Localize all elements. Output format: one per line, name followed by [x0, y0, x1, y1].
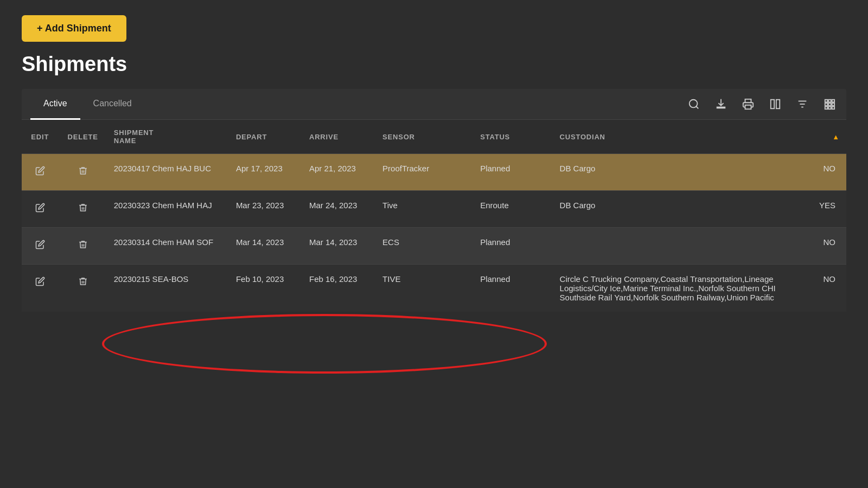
page-title: Shipments: [22, 53, 846, 76]
print-button[interactable]: [740, 96, 756, 112]
table-row: 20230417 Chem HAJ BUC Apr 17, 2023 Apr 2…: [22, 154, 846, 191]
layout-icon: [769, 98, 781, 110]
svg-rect-4: [776, 100, 780, 109]
svg-rect-12: [828, 103, 831, 106]
custodian-cell: DB Cargo: [553, 154, 797, 191]
svg-rect-9: [828, 100, 831, 102]
delete-cell: [59, 228, 107, 265]
edit-cell: [22, 228, 59, 265]
pencil-icon: [35, 203, 45, 213]
svg-rect-2: [745, 105, 751, 109]
svg-rect-13: [832, 103, 835, 106]
table-row: 20230323 Chem HAM HAJ Mar 23, 2023 Mar 2…: [22, 191, 846, 228]
table-header-row: EDIT DELETE SHIPMENTNAME DEPART ARRIVE S…: [22, 120, 846, 154]
arrive-cell: Feb 16, 2023: [303, 265, 376, 312]
custodian-cell: [553, 228, 797, 265]
alert-triangle-icon: ▲: [832, 133, 840, 141]
tab-cancelled[interactable]: Cancelled: [80, 89, 145, 120]
alert-cell: NO: [797, 265, 846, 312]
edit-cell: [22, 265, 59, 312]
sensor-cell: ECS: [376, 228, 474, 265]
svg-rect-14: [825, 107, 828, 110]
shipment-name-cell: 20230314 Chem HAM SOF: [107, 228, 229, 265]
trash-icon: [78, 240, 88, 249]
table-row: 20230314 Chem HAM SOF Mar 14, 2023 Mar 1…: [22, 228, 846, 265]
search-icon: [688, 98, 700, 110]
col-header-custodian: CUSTODIAN: [553, 120, 797, 154]
pencil-icon: [35, 277, 45, 286]
col-header-depart: DEPART: [229, 120, 303, 154]
filter-icon: [796, 98, 808, 110]
svg-line-1: [696, 106, 698, 108]
print-icon: [742, 98, 754, 110]
pencil-icon: [35, 240, 45, 249]
status-cell: Enroute: [474, 191, 553, 228]
col-header-arrive: ARRIVE: [303, 120, 376, 154]
highlight-oval: [102, 314, 547, 374]
depart-cell: Mar 23, 2023: [229, 191, 303, 228]
edit-button[interactable]: [33, 201, 47, 217]
status-cell: Planned: [474, 154, 553, 191]
svg-rect-3: [771, 100, 774, 109]
svg-point-0: [690, 100, 698, 108]
col-header-status: STATUS: [474, 120, 553, 154]
arrive-cell: Apr 21, 2023: [303, 154, 376, 191]
depart-cell: Apr 17, 2023: [229, 154, 303, 191]
tab-active[interactable]: Active: [30, 89, 80, 120]
edit-cell: [22, 154, 59, 191]
filter-button[interactable]: [794, 96, 810, 112]
tabs-row: Active Cancelled: [22, 89, 846, 120]
col-header-alert: ▲: [797, 120, 846, 154]
shipment-name-cell: 20230417 Chem HAJ BUC: [107, 154, 229, 191]
trash-icon: [78, 166, 88, 176]
shipments-table-wrapper: EDIT DELETE SHIPMENTNAME DEPART ARRIVE S…: [22, 120, 846, 312]
delete-cell: [59, 191, 107, 228]
custodian-cell: Circle C Trucking Company,Coastal Transp…: [553, 265, 797, 312]
sensor-cell: Tive: [376, 191, 474, 228]
alert-cell: NO: [797, 154, 846, 191]
col-header-edit: EDIT: [22, 120, 59, 154]
depart-cell: Feb 10, 2023: [229, 265, 303, 312]
search-button[interactable]: [686, 96, 702, 112]
download-button[interactable]: [713, 96, 729, 112]
col-header-sensor: SENSOR: [376, 120, 474, 154]
grid-icon: [824, 98, 835, 110]
add-shipment-button[interactable]: + Add Shipment: [22, 15, 126, 42]
svg-rect-16: [832, 107, 835, 110]
trash-icon: [78, 277, 88, 286]
edit-button[interactable]: [33, 237, 47, 254]
delete-cell: [59, 265, 107, 312]
sensor-cell: TIVE: [376, 265, 474, 312]
arrive-cell: Mar 24, 2023: [303, 191, 376, 228]
grid-button[interactable]: [821, 96, 838, 112]
delete-button[interactable]: [76, 274, 90, 291]
edit-button[interactable]: [33, 274, 47, 291]
svg-rect-11: [825, 103, 828, 106]
sensor-cell: ProofTracker: [376, 154, 474, 191]
col-header-delete: DELETE: [59, 120, 107, 154]
table-row: 20230215 SEA-BOS Feb 10, 2023 Feb 16, 20…: [22, 265, 846, 312]
shipments-table: EDIT DELETE SHIPMENTNAME DEPART ARRIVE S…: [22, 120, 846, 312]
svg-rect-10: [832, 100, 835, 102]
delete-button[interactable]: [76, 164, 90, 181]
shipment-name-cell: 20230323 Chem HAM HAJ: [107, 191, 229, 228]
status-cell: Planned: [474, 228, 553, 265]
alert-cell: NO: [797, 228, 846, 265]
download-icon: [715, 98, 727, 110]
edit-button[interactable]: [33, 164, 47, 181]
status-cell: Planned: [474, 265, 553, 312]
shipment-name-cell: 20230215 SEA-BOS: [107, 265, 229, 312]
edit-cell: [22, 191, 59, 228]
trash-icon: [78, 203, 88, 213]
layout-button[interactable]: [767, 96, 783, 112]
alert-cell: YES: [797, 191, 846, 228]
depart-cell: Mar 14, 2023: [229, 228, 303, 265]
col-header-shipment-name: SHIPMENTNAME: [107, 120, 229, 154]
custodian-cell: DB Cargo: [553, 191, 797, 228]
svg-rect-15: [828, 107, 831, 110]
svg-rect-8: [825, 100, 828, 102]
delete-button[interactable]: [76, 237, 90, 254]
delete-button[interactable]: [76, 201, 90, 217]
arrive-cell: Mar 14, 2023: [303, 228, 376, 265]
delete-cell: [59, 154, 107, 191]
